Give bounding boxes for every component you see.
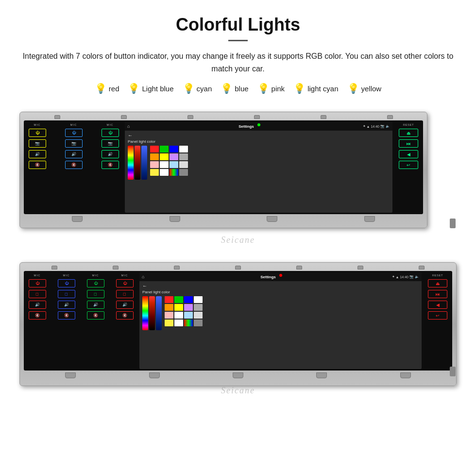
settings-label-b: Settings <box>260 275 276 279</box>
color-label-blue: blue <box>235 84 248 93</box>
hue-strip[interactable] <box>128 146 134 180</box>
swatch-b-purple[interactable] <box>184 304 193 311</box>
swatch-white2[interactable] <box>160 161 169 168</box>
swatch-rainbow[interactable] <box>170 169 178 176</box>
bulb-icon-pink: 💡 <box>257 84 270 93</box>
swatch-b-rainbow[interactable] <box>184 320 193 326</box>
swatch-pink[interactable] <box>150 161 159 168</box>
hue-strip-b[interactable] <box>142 296 148 330</box>
swatch-lightyellow[interactable] <box>150 169 159 176</box>
left-buttons-blue: MIC ⏻ 📷 🔊 <box>60 120 87 214</box>
swatch-b-lightblue[interactable] <box>184 312 193 319</box>
power-btn-yellow: ⏻ <box>29 129 46 137</box>
back-arrow-b[interactable]: ← <box>142 283 419 288</box>
panel-bottom-tabs <box>24 216 423 222</box>
clip <box>387 115 393 119</box>
bot-mount-b1 <box>65 372 76 378</box>
swatch-orange[interactable] <box>150 153 159 160</box>
cam-btn-red2: ◻ <box>116 290 134 298</box>
left-buttons-green2: MIC ⏻ ◻ 🔊 <box>82 271 109 371</box>
sat-strip-b[interactable] <box>156 296 162 330</box>
power-icon-2: ⏻ <box>72 131 76 135</box>
status-icons-b: ✦ ▲ 14:40 📷 🔈 <box>392 275 419 279</box>
swatch-red[interactable] <box>150 146 159 152</box>
volume-icon: 🔊 <box>35 152 40 156</box>
volume-icon-3: 🔊 <box>108 152 113 156</box>
mic-label-b1: MIC <box>34 274 41 277</box>
swatch-b-red[interactable] <box>165 296 173 303</box>
clip-b3 <box>174 266 180 270</box>
swatch-b-lightgray[interactable] <box>194 312 203 319</box>
swatch-lightblue[interactable] <box>170 161 178 168</box>
swatch-b-white[interactable] <box>194 296 203 303</box>
swatch-b-orange[interactable] <box>165 304 173 311</box>
swatch-b-white2[interactable] <box>174 312 183 319</box>
swatch-b-darkgray[interactable] <box>194 320 203 326</box>
swatch-gray[interactable] <box>179 153 188 160</box>
color-item-yellow: 💡 yellow <box>347 84 382 93</box>
swatch-b-green[interactable] <box>174 296 183 303</box>
cam-icon-r: ◻ <box>35 292 39 296</box>
screen-display-top: ⌂ Settings ✦ ▲ 14:40 📷 🔈 <box>125 122 392 213</box>
swatch-lightgray[interactable] <box>179 161 188 168</box>
bluetooth-icon-b: ✦ <box>392 275 395 279</box>
color-label-pink: pink <box>272 84 285 93</box>
back-arrow[interactable]: ← <box>128 133 390 138</box>
left-buttons-yellow: MIC ⏻ 📷 🔊 <box>24 120 51 214</box>
swatch-purple[interactable] <box>170 153 178 160</box>
bulb-icon-blue: 💡 <box>221 84 233 93</box>
settings-content-top: ← Panel light color <box>125 131 392 213</box>
color-label-lightcyan: light cyan <box>307 84 338 93</box>
swatch-blue[interactable] <box>170 146 178 152</box>
home-icon-b: ⌂ <box>142 274 144 279</box>
header-description: Integrated with 7 colors of button indic… <box>19 50 457 75</box>
wifi-icon: ▲ <box>367 125 370 128</box>
color-item-blue: 💡 blue <box>221 84 248 93</box>
power-btn-red: ⏻ <box>29 279 46 287</box>
prev-btn: ◀ <box>399 150 418 158</box>
back-btn-b: ↩ <box>428 311 447 320</box>
swatch-darkgray[interactable] <box>179 169 188 176</box>
color-label-red: red <box>109 84 119 93</box>
prev-icon-b: ◀ <box>436 303 440 307</box>
swatch-b-white3[interactable] <box>174 320 183 326</box>
swatch-b-blue[interactable] <box>184 296 193 303</box>
swatch-b-yellow[interactable] <box>174 304 183 311</box>
eject-icon: ⏏ <box>407 131 411 135</box>
volume-icon-2: 🔊 <box>71 152 76 156</box>
home-icon: ⌂ <box>127 124 130 129</box>
swatch-b-lightyellow[interactable] <box>165 320 173 326</box>
vol-icon-r2: 🔊 <box>122 303 127 307</box>
swatch-white3[interactable] <box>160 169 169 176</box>
right-buttons-top: RESET ⏏ ⏭ ◀ <box>394 120 423 214</box>
camera-status-icon: 📷 <box>380 124 385 128</box>
bulb-icon-yellow: 💡 <box>347 84 359 93</box>
mic-label-2: MIC <box>70 123 77 126</box>
bot-mount-b4 <box>316 372 327 378</box>
color-swatches-bottom <box>165 296 203 326</box>
color-indicators-row: 💡 red 💡 Light blue 💡 cyan 💡 blue 💡 pink … <box>19 84 457 93</box>
swatch-b-pink[interactable] <box>165 312 173 319</box>
power-icon: ⏻ <box>35 131 39 135</box>
swatch-b-gray[interactable] <box>194 304 203 311</box>
value-strip[interactable] <box>135 146 140 180</box>
color-label-lightblue: Light blue <box>142 84 173 93</box>
swatch-green[interactable] <box>160 146 169 152</box>
mute-icon-b2: 🔇 <box>64 313 69 318</box>
cam-btn-green: 📷 <box>102 139 119 148</box>
value-strip-b[interactable] <box>149 296 155 330</box>
vol-btn-blue2: 🔊 <box>58 301 75 309</box>
power-icon-b2: ⏻ <box>65 281 68 286</box>
panel-light-color-label-b: Panel light color <box>142 290 419 294</box>
swatch-yellow[interactable] <box>160 153 169 160</box>
mic-label-b3: MIC <box>92 274 99 277</box>
top-stacked-panels: MIC ⏻ 📷 🔊 <box>19 107 457 248</box>
bottom-mount-1 <box>72 216 83 222</box>
color-item-red: 💡 red <box>95 84 119 93</box>
sat-strip[interactable] <box>141 146 147 180</box>
cam-btn-red: ◻ <box>29 290 46 298</box>
swatch-white[interactable] <box>179 146 188 152</box>
left-buttons-red: MIC ⏻ ◻ 🔊 <box>24 271 51 371</box>
mute-btn-green: 🔇 <box>102 161 119 169</box>
cam-icon-b2: ◻ <box>65 292 68 296</box>
